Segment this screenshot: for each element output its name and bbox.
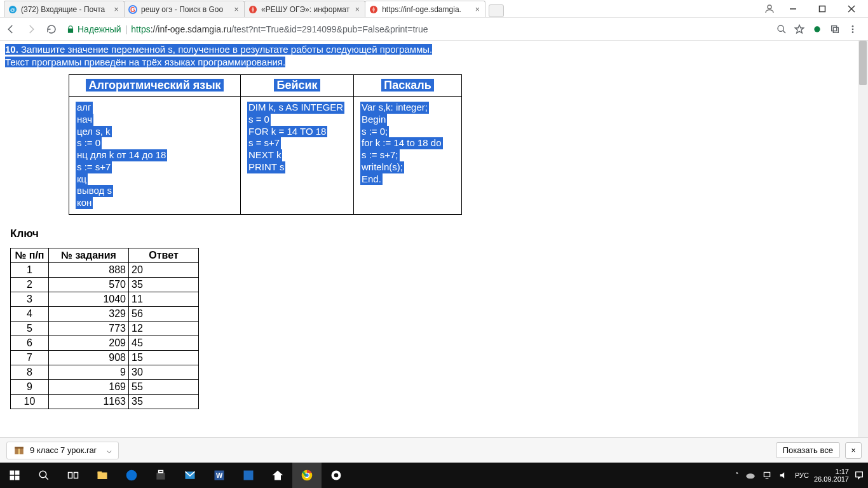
reload-icon[interactable]	[46, 24, 60, 35]
close-icon[interactable]: ×	[112, 5, 120, 14]
table-row: 577312	[11, 321, 199, 336]
problem-line1: Запишите значение переменной s, полученн…	[18, 44, 432, 55]
volume-icon[interactable]	[778, 471, 789, 480]
svg-rect-24	[15, 471, 20, 475]
store-icon[interactable]	[146, 463, 175, 488]
scroll-thumb[interactable]	[859, 41, 867, 85]
code-line: кц	[76, 173, 88, 186]
account-icon[interactable]	[761, 1, 778, 17]
browser-tab-reshuoge[interactable]: «РЕШУ ОГЭ»: информат ×	[244, 1, 365, 17]
browser-tab-active[interactable]: https://inf-oge.sdamgia. ×	[365, 1, 485, 17]
app2-icon[interactable]	[322, 463, 351, 488]
code-line: алг	[76, 102, 93, 114]
explorer-icon[interactable]	[88, 463, 117, 488]
menu-icon[interactable]	[848, 24, 859, 34]
omnibox[interactable]: Надежный | https://inf-oge.sdamgia.ru/te…	[66, 24, 770, 34]
network-icon[interactable]	[762, 471, 772, 480]
code-line: PRINT s	[247, 161, 285, 173]
star-icon[interactable]	[794, 24, 806, 34]
minimize-icon[interactable]	[779, 1, 807, 17]
code-header-basic: Бейсик	[274, 79, 320, 92]
clock-date: 26.09.2017	[814, 475, 849, 483]
code-line: s := 0;	[360, 126, 389, 138]
svg-point-44	[334, 473, 339, 478]
chrome-icon[interactable]	[292, 463, 322, 488]
forward-icon[interactable]	[25, 24, 39, 35]
new-tab-button[interactable]	[489, 4, 504, 17]
svg-rect-16	[833, 27, 838, 32]
code-line: s = s+7	[247, 137, 281, 149]
cell-task: 169	[49, 379, 129, 394]
downloads-bar: 9 класс 7 урок.rar ⌵ Показать все ×	[0, 437, 868, 463]
svg-rect-29	[69, 473, 72, 478]
address-bar: Надежный | https://inf-oge.sdamgia.ru/te…	[0, 18, 868, 41]
back-icon[interactable]	[5, 24, 19, 35]
extension-icon[interactable]	[812, 24, 824, 34]
svg-point-14	[814, 26, 820, 32]
window-close-icon[interactable]	[837, 1, 865, 17]
close-icon[interactable]: ×	[353, 5, 361, 14]
downloads-close-icon[interactable]: ×	[845, 442, 862, 459]
url-path: /test?nt=True&id=2914099&pub=False&print…	[231, 24, 428, 34]
clock[interactable]: 1:17 26.09.2017	[814, 468, 849, 483]
cell-task: 1163	[49, 394, 129, 409]
google-favicon-icon: G	[128, 5, 137, 14]
svg-text:@: @	[10, 7, 15, 13]
svg-rect-23	[10, 471, 15, 475]
scrollbar[interactable]	[858, 41, 868, 437]
download-filename: 9 класс 7 урок.rar	[30, 445, 97, 455]
svg-rect-49	[856, 472, 863, 477]
cell-task: 1040	[49, 292, 129, 306]
svg-rect-26	[15, 476, 20, 480]
close-icon[interactable]: ×	[233, 5, 240, 14]
svg-point-33	[126, 470, 137, 481]
home-icon[interactable]	[263, 463, 292, 488]
word-icon[interactable]: W	[205, 463, 234, 488]
chevron-down-icon[interactable]: ⌵	[107, 445, 112, 455]
svg-point-6	[768, 5, 771, 9]
cell-n: 8	[11, 365, 49, 379]
url-host: ://inf-oge.sdamgia.ru	[151, 24, 232, 34]
secure-label: Надежный	[78, 24, 121, 34]
browser-tab-google[interactable]: G решу огэ - Поиск в Goo ×	[124, 1, 245, 17]
download-item[interactable]: 9 класс 7 урок.rar ⌵	[6, 442, 119, 459]
code-cell-alg: алгначцел s, ks := 0нц для k от 14 до 18…	[69, 97, 241, 215]
tabs-icon[interactable]	[830, 24, 841, 34]
cell-ans: 56	[129, 306, 199, 321]
answers-table: № п/п № задания Ответ 188820257035310401…	[10, 248, 199, 409]
tab-title: https://inf-oge.sdamgia.	[382, 5, 470, 14]
cell-task: 888	[49, 262, 129, 277]
cell-ans: 15	[129, 350, 199, 365]
language-indicator[interactable]: РУС	[795, 471, 809, 479]
address-actions	[776, 24, 863, 34]
maximize-icon[interactable]	[808, 1, 836, 17]
lock-icon	[66, 25, 75, 34]
edge-icon[interactable]	[117, 463, 146, 488]
search-icon[interactable]	[29, 463, 58, 488]
app-icon[interactable]	[234, 463, 263, 488]
cell-ans: 55	[129, 379, 199, 394]
mail-icon[interactable]	[175, 463, 205, 488]
tray-chevron-icon[interactable]: ˄	[735, 471, 739, 480]
cell-task: 329	[49, 306, 129, 321]
code-cell-pascal: Var s,k: integer;Begins := 0;for k := 14…	[354, 97, 462, 215]
zoom-icon[interactable]	[776, 24, 788, 34]
cell-ans: 11	[129, 292, 199, 306]
svg-line-28	[45, 477, 48, 480]
code-line: s := s+7	[76, 161, 112, 173]
browser-tab-mail[interactable]: @ (372) Входящие - Почта ×	[4, 1, 125, 17]
cell-n: 6	[11, 336, 49, 350]
code-line: s = 0	[247, 114, 271, 126]
start-icon[interactable]	[0, 463, 29, 488]
taskview-icon[interactable]	[58, 463, 88, 488]
show-all-downloads-button[interactable]: Показать все	[776, 442, 840, 458]
cell-n: 9	[11, 379, 49, 394]
svg-rect-39	[244, 471, 254, 480]
onedrive-icon[interactable]	[745, 471, 756, 479]
notifications-icon[interactable]	[854, 470, 864, 480]
cell-task: 209	[49, 336, 129, 350]
svg-line-12	[783, 30, 785, 33]
svg-rect-35	[159, 471, 163, 473]
close-icon[interactable]: ×	[473, 5, 481, 14]
site-favicon-icon	[369, 5, 378, 14]
